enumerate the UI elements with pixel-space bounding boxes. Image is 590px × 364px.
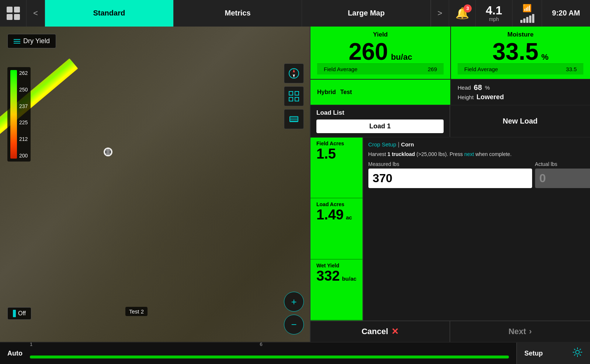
tab-standard[interactable]: Standard (45, 0, 174, 27)
yield-avg-row: Field Average 269 (317, 63, 444, 74)
speed-value: 4.1 (486, 4, 502, 16)
top-tabs: Standard Metrics Large Map (45, 0, 431, 27)
main-content: Dry Yield 262 250 237 225 212 200 Off Te… (0, 27, 590, 342)
dry-yield-label[interactable]: Dry Yield (7, 34, 56, 48)
hybrid-value: Test (340, 89, 352, 96)
yield-unit: bu/ac (391, 53, 412, 61)
yield-number: 260 (348, 40, 388, 63)
load-acres-value: 1.49 (316, 207, 344, 223)
wet-yield-unit: bu/ac (342, 275, 356, 282)
tab-metrics[interactable]: Metrics (174, 0, 302, 27)
head-pct: % (485, 84, 490, 91)
signal-icon: 📶 (523, 4, 532, 13)
signal-display: 📶 (513, 0, 542, 27)
actual-lbs-label: Actual lbs (535, 161, 590, 167)
setup-gear-button[interactable] (572, 347, 583, 360)
cancel-x-icon: ✕ (391, 326, 399, 337)
bottom-right: Setup (516, 343, 590, 364)
bottom-bar: Auto 1 6 Setup (0, 342, 590, 364)
legend-value-1: 250 (19, 87, 28, 93)
actual-lbs-input[interactable] (535, 169, 590, 188)
wet-yield-label: Wet Yield (316, 263, 357, 268)
next-arrow-button[interactable]: > (431, 0, 449, 27)
zoom-controls: + − (284, 292, 304, 334)
load-section: Load List Load 1 New Load (310, 105, 590, 138)
wet-yield-row: Wet Yield 332 bu/ac (310, 260, 362, 320)
alert-count-badge: 3 (464, 4, 472, 13)
svg-marker-7 (293, 74, 295, 78)
head-number: 68 (474, 83, 482, 92)
legend-value-0: 262 (19, 70, 28, 76)
stats-top: Yield 260 bu/ac Field Average 269 Moistu… (310, 27, 590, 80)
time-display: 9:20 AM (542, 0, 590, 27)
bottom-left: Auto 1 6 (0, 343, 516, 364)
load-list-item[interactable]: Load 1 (316, 119, 444, 133)
grid-icon (7, 7, 20, 20)
field-acres-row: Field Acres 1.5 (310, 138, 362, 198)
top-navigation-bar: < Standard Metrics Large Map > 🔔 3 4.1 m… (0, 0, 590, 27)
speed-unit: mph (489, 16, 499, 22)
legend-value-3: 225 (19, 119, 28, 125)
crop-setup-description: Harvest 1 truckload (>25,000 lbs). Press… (368, 151, 590, 158)
layers-button[interactable] (284, 109, 304, 129)
head-label: Head (458, 84, 471, 91)
right-panel: Yield 260 bu/ac Field Average 269 Moistu… (310, 27, 590, 342)
next-button[interactable]: Next › (450, 321, 590, 342)
new-load-button[interactable]: New Load (450, 105, 590, 137)
actual-lbs-col: Actual lbs (535, 161, 590, 188)
off-button[interactable]: Off (7, 307, 31, 320)
crop-setup-title: Crop Setup (368, 141, 396, 148)
moisture-block: Moisture 33.5 % Field Average 33.5 (450, 27, 590, 79)
legend-value-4: 212 (19, 136, 28, 142)
svg-rect-9 (295, 91, 299, 95)
moisture-avg-row: Field Average 33.5 (458, 63, 583, 74)
dry-yield-text: Dry Yield (23, 37, 50, 45)
zoom-out-button[interactable]: − (284, 315, 304, 334)
legend-color-bar (10, 70, 17, 159)
height-label: Height (458, 94, 473, 100)
yield-label: Yield (317, 31, 444, 38)
cancel-button[interactable]: Cancel ✕ (310, 321, 450, 342)
truckload-highlight: 1 truckload (388, 151, 415, 157)
map-overlay (0, 27, 310, 342)
tab-large-map[interactable]: Large Map (302, 0, 431, 27)
zoom-in-button[interactable]: + (284, 292, 304, 312)
alerts-button[interactable]: 🔔 3 (449, 0, 476, 27)
svg-point-16 (576, 350, 579, 354)
bottom-data-section: Field Acres 1.5 Load Acres 1.49 ac Wet Y… (310, 138, 590, 320)
legend-value-2: 237 (19, 103, 28, 109)
prev-arrow-button[interactable]: < (27, 0, 45, 27)
progress-numbers: 1 6 (30, 342, 509, 347)
setup-label: Setup (524, 350, 543, 357)
progress-fill (30, 356, 509, 358)
map-controls (284, 63, 304, 129)
crop-setup-separator: | (398, 141, 401, 148)
yield-block: Yield 260 bu/ac Field Average 269 (310, 27, 450, 79)
off-label: Off (18, 310, 26, 317)
speed-display: 4.1 mph (476, 0, 513, 27)
action-row: Cancel ✕ Next › (310, 320, 590, 342)
yield-avg-value: 269 (428, 66, 437, 72)
hybrid-head-row: Hybrid Test Head 68 % Height Lowered (310, 80, 590, 105)
load-list-area: Load List Load 1 (310, 105, 450, 137)
load-list-title: Load List (316, 109, 444, 117)
field-acres-label: Field Acres (316, 141, 357, 146)
load-acres-unit: ac (346, 214, 352, 221)
measured-lbs-input[interactable] (368, 169, 532, 188)
next-arrow-icon: › (529, 327, 532, 336)
progress-marker-6: 6 (260, 342, 263, 347)
svg-rect-11 (295, 97, 299, 101)
off-indicator-icon (13, 310, 16, 317)
load-acres-row: Load Acres 1.49 ac (310, 198, 362, 259)
compass-button[interactable] (284, 63, 304, 83)
load-acres-label: Load Acres (316, 201, 357, 207)
fit-map-button[interactable] (284, 86, 304, 106)
svg-rect-10 (289, 97, 293, 101)
hybrid-cell: Hybrid Test (310, 80, 450, 105)
signal-bars (520, 14, 534, 23)
crop-name: Corn (401, 141, 414, 148)
progress-track (30, 356, 509, 358)
moisture-avg-label: Field Average (464, 66, 498, 72)
field-acres-value: 1.5 (316, 146, 357, 162)
grid-view-button[interactable] (0, 0, 27, 27)
